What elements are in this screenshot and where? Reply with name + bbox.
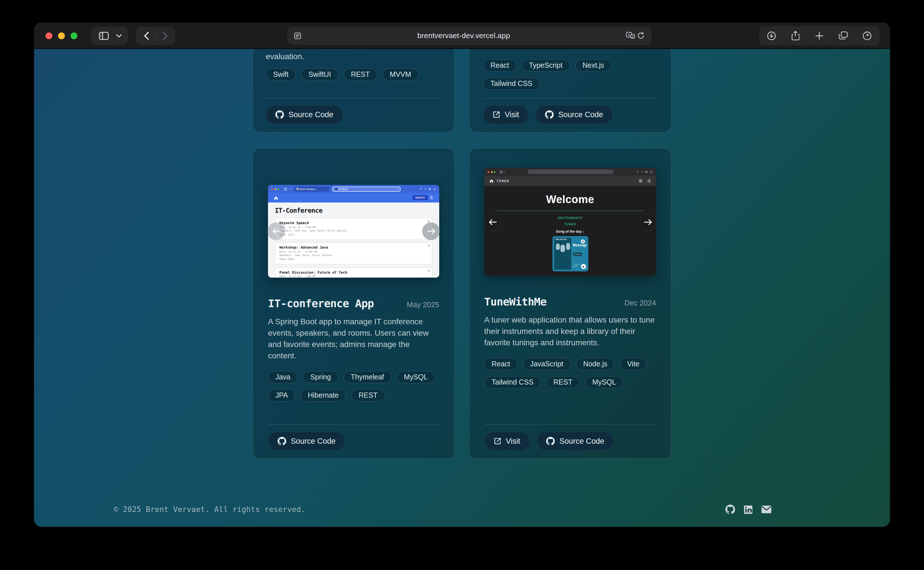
instruments-link: INSTRUMENTS	[484, 216, 656, 219]
source-code-button[interactable]: Source Code	[266, 105, 343, 124]
screen: brentvervaet-dev.vercel.app A文	[0, 0, 924, 570]
github-icon	[725, 504, 735, 514]
tag: Next.js	[575, 59, 611, 72]
card-footer: Visit Source Code	[484, 424, 656, 458]
project-card-tunewithme: ▤ ‹ ⇧+⧉◷ TUNER	[469, 148, 671, 459]
carousel-prev-button[interactable]	[484, 213, 501, 231]
bookmark-icon	[428, 220, 429, 222]
source-code-label: Source Code	[559, 437, 605, 446]
project-title: TuneWithMe	[484, 295, 547, 308]
album-art: THE POLICE	[554, 238, 571, 270]
card-header: IT-conference App May 2025	[268, 297, 439, 310]
mini-site-content: Welcome INSTRUMENTS TUNER Song of the da…	[484, 193, 656, 271]
downloads-button[interactable]	[765, 29, 778, 42]
song-of-the-day-label: Song of the day ♪	[484, 230, 656, 233]
itconference-screenshot: ▤ ‹ Brent Vervaet |... localhost ⇧+⧉◷ GU…	[268, 185, 439, 277]
arrow-right-icon	[427, 228, 435, 234]
visit-button[interactable]: Visit	[483, 105, 529, 124]
gear-icon	[638, 179, 643, 183]
more-icon: •••	[573, 265, 578, 268]
tag: Node.js	[576, 357, 615, 370]
screenshot-carousel: ▤ ‹ ⇧+⧉◷ TUNER	[484, 168, 656, 276]
visit-label: Visit	[506, 437, 520, 446]
mini-site-navbar: TUNER	[484, 176, 656, 186]
tag: REST	[546, 376, 580, 388]
event-card: Keynote Speech Date: 10.01.25 - 9:00 AM …	[275, 218, 432, 240]
source-code-label: Source Code	[291, 437, 336, 446]
url-text: brentvervaet-dev.vercel.app	[302, 31, 625, 40]
carousel-prev-button[interactable]	[267, 222, 285, 240]
carousel-next-button[interactable]	[639, 213, 657, 231]
share-button[interactable]	[789, 29, 802, 42]
project-card-portfolio-partial: React TypeScript Next.js Tailwind CSS Vi…	[469, 49, 671, 133]
tag: TypeScript	[521, 59, 570, 72]
translate-icon[interactable]: A文	[625, 29, 636, 42]
page-viewport: evaluation. Swift SwiftUI REST MVVM Sour…	[34, 49, 890, 527]
track-title: Message	[573, 243, 586, 247]
sidebar-toggle-button[interactable]	[91, 26, 128, 44]
github-icon	[546, 110, 554, 119]
tech-tags: React TypeScript Next.js	[483, 59, 657, 72]
tag: Thymeleaf	[343, 371, 391, 383]
linkedin-icon	[744, 505, 753, 514]
mini-toolbar-icons: ⇧+⧉◷	[420, 187, 436, 191]
tag: REST	[351, 389, 385, 401]
carousel-next-button[interactable]	[422, 222, 440, 240]
traffic-lights	[46, 32, 77, 39]
sidebar-icon	[97, 29, 110, 42]
home-icon	[489, 179, 494, 183]
project-description: A Spring Boot app to manage IT conferenc…	[268, 316, 439, 362]
github-icon	[547, 437, 555, 446]
play-button-icon	[581, 264, 586, 269]
visit-button[interactable]: Visit	[484, 432, 530, 450]
source-code-label: Source Code	[288, 110, 333, 119]
mini-traffic-lights	[487, 171, 496, 173]
screenshot-carousel: ▤ ‹ Brent Vervaet |... localhost ⇧+⧉◷ GU…	[268, 185, 439, 277]
mini-nav-right-icons	[638, 179, 651, 183]
linkedin-link[interactable]	[744, 505, 753, 514]
back-button[interactable]	[139, 29, 153, 42]
github-icon	[278, 437, 286, 446]
source-code-button[interactable]: Source Code	[268, 432, 345, 450]
svg-text:文: 文	[631, 35, 634, 38]
tag: SwiftUI	[301, 68, 338, 81]
tag: Swift	[266, 68, 296, 81]
mini-browser-tabbar: ▤ ‹ ⇧+⧉◷	[484, 168, 656, 176]
toolbar-right-group	[759, 26, 880, 45]
project-date: Dec 2024	[624, 299, 656, 307]
mini-site-title: IT-Conference	[275, 207, 432, 215]
source-code-button[interactable]: Source Code	[537, 432, 614, 450]
source-code-button[interactable]: Source Code	[536, 105, 613, 124]
embed-track-info: Message PreviewThe P... +Save on... •••	[573, 238, 586, 270]
mini-site-content: IT-Conference Keynote Speech Date: 10.01…	[268, 202, 439, 277]
tag: React	[484, 357, 518, 370]
mail-icon	[761, 505, 772, 514]
card-footer: Visit Source Code	[483, 98, 657, 132]
spotify-icon	[581, 239, 585, 244]
tech-tags: Tailwind CSS	[483, 77, 657, 90]
projects-grid: evaluation. Swift SwiftUI REST MVVM Sour…	[253, 49, 671, 459]
zoom-window-button[interactable]	[70, 32, 77, 39]
minimize-window-button[interactable]	[58, 32, 65, 39]
divider	[155, 31, 156, 41]
new-tab-button[interactable]	[812, 29, 826, 42]
close-window-button[interactable]	[46, 32, 52, 39]
history-button[interactable]	[860, 29, 874, 42]
tag: Java	[268, 371, 298, 383]
reader-view-icon[interactable]	[293, 29, 302, 42]
tag: JavaScript	[523, 357, 571, 370]
email-link[interactable]	[761, 505, 772, 514]
forward-button[interactable]	[158, 29, 172, 42]
mini-toolbar-icons: ⇧+⧉◷	[636, 170, 653, 174]
github-link[interactable]	[725, 504, 735, 514]
tab-overview-button[interactable]	[837, 29, 850, 42]
tunewithme-screenshot: ▤ ‹ ⇧+⧉◷ TUNER	[484, 168, 656, 276]
tech-tags: Java Spring Thymeleaf MySQL JPA Hibernat…	[268, 371, 439, 401]
reload-icon[interactable]	[636, 29, 646, 42]
mini-back-icon: ‹	[290, 187, 291, 191]
tag: Hibernate	[300, 389, 346, 401]
address-bar[interactable]: brentvervaet-dev.vercel.app A文	[287, 26, 651, 44]
page-footer: © 2025 Brent Vervaet. All rights reserve…	[34, 504, 890, 527]
mini-sidebar-icon: ▤	[284, 187, 287, 191]
social-links	[725, 504, 772, 514]
